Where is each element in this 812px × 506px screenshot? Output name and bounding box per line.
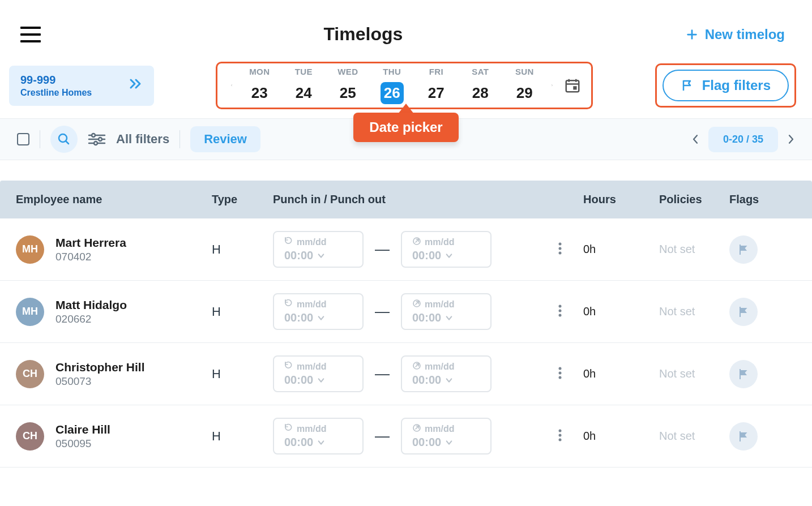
project-selector[interactable]: 99-999 Crestline Homes (9, 66, 154, 106)
avatar: CH (16, 422, 44, 451)
date-picker-day[interactable]: MON23 (243, 67, 275, 104)
review-chip[interactable]: Review (190, 126, 260, 152)
punch-in-icon (284, 237, 293, 248)
punch-date-placeholder: mm/dd (425, 299, 454, 310)
page-next-button[interactable] (786, 134, 796, 144)
date-picker: MON23TUE24WED25THU26FRI27SAT28SUN29 (216, 62, 593, 109)
hours-cell: 0h (583, 243, 659, 256)
punch-in-field[interactable]: mm/dd00:00 (273, 418, 364, 454)
date-picker-day[interactable]: SUN29 (508, 67, 540, 104)
table-row: CHChristopher Hill050073Hmm/dd00:00—mm/d… (0, 343, 812, 405)
date-picker-dow: SAT (464, 67, 496, 76)
project-code: 99-999 (20, 74, 92, 87)
punch-out-icon (412, 237, 421, 248)
all-filters-button[interactable]: All filters (116, 132, 169, 147)
date-picker-day[interactable]: WED25 (332, 67, 364, 104)
punch-separator: — (373, 365, 392, 383)
svg-line-8 (66, 141, 69, 144)
date-picker-dom: 26 (381, 82, 404, 104)
punch-out-icon (412, 361, 421, 372)
date-picker-dow: WED (332, 67, 364, 76)
filter-sliders-icon[interactable] (88, 132, 106, 146)
row-more-button[interactable] (554, 242, 566, 258)
punch-out-icon (412, 299, 421, 310)
punch-out-field[interactable]: mm/dd00:00 (401, 293, 492, 330)
svg-point-17 (559, 242, 562, 245)
avatar: MH (16, 235, 44, 264)
date-picker-dow: SUN (508, 67, 540, 76)
punch-time-placeholder: 00:00 (412, 311, 441, 324)
date-picker-callout: Date picker (353, 104, 458, 142)
punch-out-field[interactable]: mm/dd00:00 (401, 231, 492, 268)
date-picker-dom: 27 (425, 82, 448, 104)
search-button[interactable] (50, 126, 78, 153)
col-employee: Employee name (16, 193, 212, 206)
svg-point-10 (92, 134, 95, 137)
employee-name: Claire Hill (55, 423, 110, 436)
page-prev-button[interactable] (690, 134, 700, 144)
date-next-button[interactable] (548, 81, 556, 89)
chevron-down-icon (446, 311, 452, 324)
chevron-down-icon (318, 249, 324, 262)
new-timelog-button[interactable]: New timelog (686, 27, 785, 42)
punch-time-placeholder: 00:00 (284, 249, 313, 262)
menu-icon[interactable] (20, 27, 41, 42)
type-cell: H (212, 429, 273, 444)
select-all-checkbox[interactable] (17, 133, 29, 145)
punch-date-placeholder: mm/dd (297, 237, 326, 247)
date-picker-dom: 24 (292, 82, 315, 104)
punch-out-field[interactable]: mm/dd00:00 (401, 355, 492, 392)
punch-out-icon (412, 423, 421, 435)
policy-cell: Not set (659, 243, 729, 256)
svg-point-27 (559, 367, 562, 370)
punch-in-icon (284, 299, 293, 310)
flag-button[interactable] (729, 422, 758, 451)
punch-date-placeholder: mm/dd (425, 362, 454, 372)
date-picker-day[interactable]: TUE24 (288, 67, 319, 104)
hours-cell: 0h (583, 305, 659, 318)
table-header: Employee name Type Punch in / Punch out … (0, 181, 812, 218)
calendar-icon[interactable] (564, 77, 581, 94)
svg-point-18 (559, 247, 562, 250)
flag-button[interactable] (729, 298, 758, 326)
svg-point-23 (559, 309, 562, 312)
flag-filters-label: Flag filters (702, 78, 771, 93)
punch-in-field[interactable]: mm/dd00:00 (273, 293, 364, 330)
date-picker-day[interactable]: THU26 (376, 67, 408, 104)
flag-button[interactable] (729, 360, 758, 388)
row-more-button[interactable] (554, 428, 566, 444)
table-row: CHClaire Hill050095Hmm/dd00:00—mm/dd00:0… (0, 405, 812, 468)
table-row: MHMart Herrera070402Hmm/dd00:00—mm/dd00:… (0, 218, 812, 281)
hours-cell: 0h (583, 367, 659, 380)
punch-in-field[interactable]: mm/dd00:00 (273, 355, 364, 392)
chevron-down-icon (318, 311, 324, 324)
punch-in-icon (284, 423, 293, 435)
col-type: Type (212, 193, 273, 206)
chevron-down-icon (318, 436, 324, 449)
avatar: CH (16, 360, 44, 388)
date-picker-day[interactable]: SAT28 (464, 67, 496, 104)
chevron-down-icon (446, 436, 452, 449)
date-picker-dow: TUE (288, 67, 319, 76)
policy-cell: Not set (659, 305, 729, 318)
employee-id: 020662 (55, 313, 127, 325)
type-cell: H (212, 242, 273, 257)
svg-point-29 (559, 376, 562, 379)
punch-in-field[interactable]: mm/dd00:00 (273, 231, 364, 268)
date-picker-callout-label: Date picker (353, 113, 458, 142)
flag-button[interactable] (729, 235, 758, 264)
punch-time-placeholder: 00:00 (412, 374, 441, 387)
date-picker-day[interactable]: FRI27 (420, 67, 452, 104)
new-timelog-label: New timelog (705, 27, 785, 42)
type-cell: H (212, 305, 273, 319)
date-prev-button[interactable] (228, 81, 236, 89)
row-more-button[interactable] (554, 366, 566, 382)
flag-filters-button[interactable]: Flag filters (663, 70, 789, 101)
punch-out-field[interactable]: mm/dd00:00 (401, 418, 492, 454)
row-more-button[interactable] (554, 304, 566, 320)
chevron-down-icon (446, 374, 452, 387)
col-flags: Flags (729, 193, 797, 206)
pager-count[interactable]: 0-20 / 35 (708, 127, 778, 152)
chevron-down-icon (446, 249, 452, 262)
punch-separator: — (373, 303, 392, 320)
